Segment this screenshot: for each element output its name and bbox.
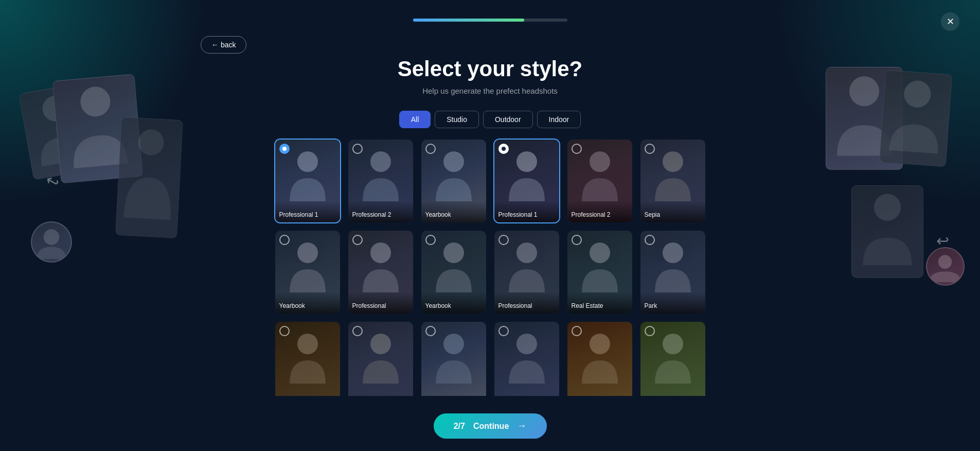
- svg-point-5: [903, 80, 932, 109]
- radio-12: [645, 235, 655, 245]
- style-card-professional-1b[interactable]: Professional 1: [493, 138, 560, 223]
- radio-13: [279, 326, 290, 336]
- radio-5: [572, 144, 582, 154]
- card-label-3: Yearbook: [421, 201, 486, 222]
- style-card-row3-5[interactable]: [566, 321, 633, 396]
- main-content: Select your style? Help us generate the …: [201, 31, 779, 451]
- filter-tab-studio[interactable]: Studio: [435, 111, 479, 128]
- card-label-10: Professional: [494, 292, 559, 314]
- style-card-yearbook-1[interactable]: Yearbook: [420, 138, 487, 223]
- svg-point-21: [370, 334, 391, 354]
- filter-tab-outdoor[interactable]: Outdoor: [483, 111, 533, 128]
- radio-7: [279, 235, 290, 245]
- svg-point-20: [297, 334, 318, 354]
- filter-tab-indoor[interactable]: Indoor: [537, 111, 581, 128]
- radio-4: [498, 144, 509, 154]
- style-card-real-estate[interactable]: Real Estate: [566, 230, 633, 315]
- side-images-right: ↩: [800, 67, 965, 324]
- card-label-5: Professional 2: [567, 201, 632, 222]
- svg-point-8: [297, 151, 318, 172]
- svg-point-10: [443, 151, 464, 172]
- style-card-yearbook-3[interactable]: Yearbook: [420, 230, 487, 315]
- style-card-row3-6[interactable]: [639, 321, 706, 396]
- svg-point-22: [443, 334, 464, 354]
- card-label-12: Park: [640, 292, 705, 314]
- style-card-professional-1[interactable]: Professional 1: [274, 138, 341, 223]
- card-label-7: Yearbook: [275, 292, 340, 314]
- svg-point-14: [297, 242, 318, 263]
- card-label-2: Professional 2: [348, 201, 413, 222]
- radio-2: [352, 144, 363, 154]
- svg-point-15: [370, 242, 391, 263]
- radio-18: [645, 326, 655, 336]
- radio-1: [279, 144, 290, 154]
- side-card-2-right: [879, 70, 952, 167]
- svg-point-25: [663, 334, 683, 354]
- style-card-professional-2b[interactable]: Professional 2: [566, 138, 633, 223]
- arrow-right-decoration: ↩: [936, 232, 949, 250]
- radio-dot-4: [502, 147, 506, 151]
- svg-point-11: [516, 151, 537, 172]
- page-subtitle: Help us generate the prefect headshots: [422, 86, 558, 95]
- continue-counter: 2/7: [454, 422, 465, 431]
- svg-point-3: [44, 229, 59, 245]
- radio-11: [572, 235, 582, 245]
- progress-bar-fill: [413, 19, 524, 22]
- side-card-circle-left: [31, 221, 72, 263]
- style-card-row3-4[interactable]: [493, 321, 560, 396]
- continue-arrow-icon: →: [517, 421, 526, 431]
- radio-9: [425, 235, 436, 245]
- progress-bar-container: [413, 19, 567, 22]
- radio-10: [498, 235, 509, 245]
- svg-point-18: [590, 242, 610, 263]
- svg-point-16: [443, 242, 464, 263]
- svg-point-4: [849, 76, 879, 106]
- side-images-left: ↩: [15, 77, 190, 304]
- radio-15: [425, 326, 436, 336]
- page-title: Select your style?: [398, 57, 582, 81]
- style-card-professional-3[interactable]: Professional: [347, 230, 414, 315]
- card-label-6: Sepia: [640, 201, 705, 222]
- svg-point-12: [590, 151, 610, 172]
- svg-point-23: [516, 334, 537, 354]
- style-card-row3-3[interactable]: [420, 321, 487, 396]
- svg-point-9: [370, 151, 391, 172]
- radio-17: [572, 326, 582, 336]
- radio-14: [352, 326, 363, 336]
- svg-point-2: [137, 129, 165, 156]
- continue-button[interactable]: 2/7 Continue →: [434, 413, 547, 439]
- style-card-yearbook-2[interactable]: Yearbook: [274, 230, 341, 315]
- side-card-tall-left: [115, 117, 183, 238]
- card-label-9: Yearbook: [421, 292, 486, 314]
- svg-point-19: [663, 242, 683, 263]
- radio-8: [352, 235, 363, 245]
- svg-point-17: [516, 242, 537, 263]
- side-card-circle-right: [926, 247, 965, 286]
- card-label-4: Professional 1: [494, 201, 559, 222]
- style-grid: Professional 1 Professional 2: [274, 138, 706, 396]
- card-label-1: Professional 1: [275, 201, 340, 222]
- style-card-professional-4[interactable]: Professional: [493, 230, 560, 315]
- svg-point-1: [79, 85, 112, 118]
- style-card-professional-2[interactable]: Professional 2: [347, 138, 414, 223]
- continue-label: Continue: [473, 422, 509, 431]
- filter-tab-all[interactable]: All: [399, 111, 431, 128]
- radio-16: [498, 326, 509, 336]
- close-button[interactable]: ✕: [941, 12, 959, 31]
- side-card-3-right: [851, 185, 923, 278]
- svg-point-6: [874, 194, 901, 220]
- svg-point-13: [663, 151, 683, 172]
- radio-6: [645, 144, 655, 154]
- radio-3: [425, 144, 436, 154]
- style-card-park[interactable]: Park: [639, 230, 706, 315]
- svg-point-24: [590, 334, 610, 354]
- radio-dot-1: [282, 147, 287, 151]
- style-card-row3-1[interactable]: [274, 321, 341, 396]
- card-label-11: Real Estate: [567, 292, 632, 314]
- card-label-8: Professional: [348, 292, 413, 314]
- style-card-row3-2[interactable]: [347, 321, 414, 396]
- style-card-sepia[interactable]: Sepia: [639, 138, 706, 223]
- filter-tabs: All Studio Outdoor Indoor: [399, 111, 581, 128]
- svg-point-7: [938, 255, 952, 269]
